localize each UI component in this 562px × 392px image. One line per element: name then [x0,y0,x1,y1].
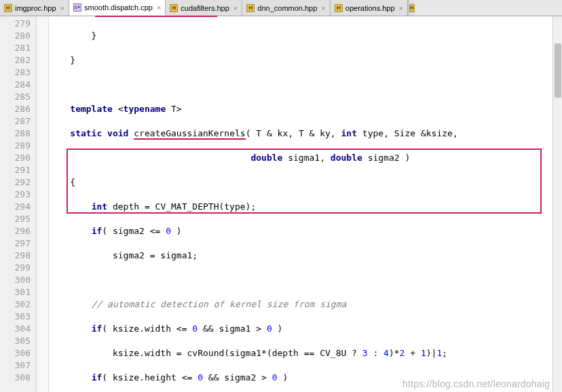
line-number: 290 [0,152,31,164]
line-number: 297 [0,237,31,250]
line-number: 307 [0,359,31,372]
tab-overflow[interactable]: H [408,0,415,16]
line-number: 292 [0,176,31,189]
scrollbar-thumb[interactable] [555,43,561,98]
line-number: 305 [0,335,31,347]
watermark-text: https://blog.csdn.net/leonardohaig [402,378,550,389]
line-number: 293 [0,189,31,201]
code-line [49,274,562,286]
line-number: 288 [0,128,31,140]
function-name-highlight: createGaussianKernels [134,128,245,140]
line-number: 283 [0,66,31,79]
code-line: } [49,30,562,42]
code-line: if( sigma2 <= 0 ) [49,225,562,237]
line-number: 302 [0,298,31,311]
header-file-icon: H [246,4,255,12]
close-icon[interactable]: × [233,4,238,12]
line-number: 301 [0,286,31,298]
line-number: 298 [0,250,31,262]
line-number: 304 [0,323,31,335]
code-line: // automatic detection of kernel size fr… [49,298,562,311]
editor-area: 2792802812822832842852862872882892902912… [0,16,562,392]
fold-gutter [37,16,49,392]
header-file-icon: H [409,4,415,12]
header-file-icon: H [335,4,343,12]
code-line: template <typename T> [49,103,562,115]
line-number: 306 [0,347,31,359]
line-number: 285 [0,91,31,103]
tab-smooth-dispatch[interactable]: c+smooth.dispatch.cpp× [69,0,166,16]
header-file-icon: H [170,4,178,12]
code-line: ksize.width = cvRound(sigma1*(depth == C… [49,347,562,359]
vertical-scrollbar[interactable] [552,16,562,392]
line-number: 299 [0,262,31,274]
line-number: 295 [0,213,31,225]
header-file-icon: H [4,4,12,12]
line-number: 294 [0,201,31,213]
line-number: 308 [0,372,31,384]
line-number: 289 [0,140,31,152]
line-number: 286 [0,103,31,115]
cpp-file-icon: c+ [73,3,81,12]
tab-cudafilters[interactable]: Hcudafilters.hpp× [166,0,242,16]
line-number: 282 [0,54,31,66]
code-line: if( ksize.width <= 0 && sigma1 > 0 ) [49,323,562,335]
close-icon[interactable]: × [321,4,325,12]
code-line: } [49,54,562,66]
tab-operations[interactable]: Hoperations.hpp× [331,0,408,16]
close-icon[interactable]: × [60,4,64,12]
code-line: sigma2 = sigma1; [49,250,562,262]
code-line: double sigma1, double sigma2 ) [49,152,562,164]
code-line: { [49,176,562,189]
code-line [49,79,562,91]
line-number: 303 [0,311,31,323]
line-number: 280 [0,30,31,42]
line-number: 291 [0,164,31,176]
line-number-gutter: 2792802812822832842852862872882892902912… [0,16,37,392]
code-line: static void createGaussianKernels( T & k… [49,128,562,140]
close-icon[interactable]: × [399,4,403,12]
line-number: 296 [0,225,31,237]
line-number: 287 [0,115,31,128]
line-number: 281 [0,42,31,54]
tab-dnn-common[interactable]: Hdnn_common.hpp× [242,0,331,16]
code-line: int depth = CV_MAT_DEPTH(type); [49,201,562,213]
line-number: 284 [0,79,31,91]
tab-imgproc[interactable]: Himgproc.hpp× [0,0,69,16]
code-content[interactable]: } } template <typename T> static void cr… [49,16,562,392]
tab-bar: Himgproc.hpp× c+smooth.dispatch.cpp× Hcu… [0,0,562,16]
line-number: 300 [0,274,31,286]
line-number: 279 [0,18,31,30]
close-icon[interactable]: × [157,3,161,12]
